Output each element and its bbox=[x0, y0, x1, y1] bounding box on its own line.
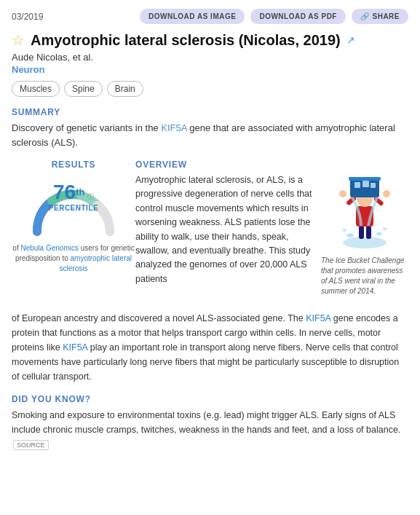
share-button[interactable]: 🔗 SHARE bbox=[352, 9, 408, 24]
svg-point-2 bbox=[376, 232, 382, 236]
percentile-word: PERCENTILE bbox=[49, 204, 98, 212]
percentile-number: 76 bbox=[53, 181, 76, 203]
svg-rect-17 bbox=[362, 181, 369, 187]
title-row: ☆ Amyotrophic lateral sclerosis (Nicolas… bbox=[12, 31, 408, 49]
image-caption: The Ice Bucket Challenge that promotes a… bbox=[321, 256, 408, 296]
source-badge[interactable]: SOURCE bbox=[13, 440, 49, 450]
ice-bucket-figure bbox=[328, 173, 401, 253]
tag-spine[interactable]: Spine bbox=[64, 81, 103, 97]
svg-point-4 bbox=[383, 227, 387, 230]
svg-rect-18 bbox=[371, 183, 376, 188]
gauge-chart: 76th ⓘ PERCENTILE bbox=[26, 173, 121, 239]
top-buttons: DOWNLOAD AS IMAGE DOWNLOAD AS PDF 🔗 SHAR… bbox=[140, 9, 408, 24]
svg-point-3 bbox=[342, 229, 346, 232]
share-icon: 🔗 bbox=[360, 12, 370, 20]
svg-rect-5 bbox=[359, 226, 364, 239]
svg-point-0 bbox=[343, 237, 387, 248]
svg-rect-16 bbox=[354, 182, 360, 188]
percentile-sup: th bbox=[76, 186, 84, 197]
did-you-know-label: DID YOU KNOW? bbox=[12, 394, 408, 404]
star-icon[interactable]: ☆ bbox=[12, 31, 25, 49]
tags-row: Muscles Spine Brain bbox=[12, 81, 408, 97]
download-image-button[interactable]: DOWNLOAD AS IMAGE bbox=[140, 9, 245, 24]
did-you-know-text: Smoking and exposure to environmental to… bbox=[12, 408, 408, 452]
svg-point-10 bbox=[339, 190, 346, 197]
summary-label: SUMMARY bbox=[12, 107, 408, 117]
tag-muscles[interactable]: Muscles bbox=[12, 81, 60, 97]
overview-label: OVERVIEW bbox=[135, 160, 408, 170]
page-title: Amyotrophic lateral sclerosis (Nicolas, … bbox=[31, 32, 341, 49]
image-area: The Ice Bucket Challenge that promotes a… bbox=[321, 173, 408, 296]
download-pdf-button[interactable]: DOWNLOAD AS PDF bbox=[250, 9, 346, 24]
journal-line: Neuron bbox=[12, 64, 408, 75]
results-column: RESULTS 76th ⓘ PERCENTILE of Nebula bbox=[12, 160, 135, 274]
author-line: Aude Nicolas, et al. bbox=[12, 52, 408, 63]
svg-rect-15 bbox=[349, 177, 381, 181]
svg-rect-6 bbox=[366, 226, 371, 239]
results-subtext: of Nebula Genomics users for genetic pre… bbox=[12, 243, 135, 274]
gauge-label: 76th ⓘ PERCENTILE bbox=[49, 181, 98, 212]
svg-point-11 bbox=[383, 190, 390, 197]
svg-point-1 bbox=[346, 233, 354, 237]
results-overview-row: RESULTS 76th ⓘ PERCENTILE of Nebula bbox=[12, 160, 408, 301]
results-label: RESULTS bbox=[52, 160, 96, 170]
info-icon[interactable]: ⓘ bbox=[87, 193, 94, 200]
full-overview-text: of European ancestry and discovered a no… bbox=[12, 311, 408, 384]
date-label: 03/2019 bbox=[12, 12, 43, 22]
summary-text: Discovery of genetic variants in the KIF… bbox=[12, 121, 408, 149]
external-link-icon[interactable]: ↗ bbox=[346, 34, 355, 46]
top-bar: 03/2019 DOWNLOAD AS IMAGE DOWNLOAD AS PD… bbox=[12, 9, 408, 24]
tag-brain[interactable]: Brain bbox=[107, 81, 143, 97]
overview-column: OVERVIEW bbox=[135, 160, 408, 301]
